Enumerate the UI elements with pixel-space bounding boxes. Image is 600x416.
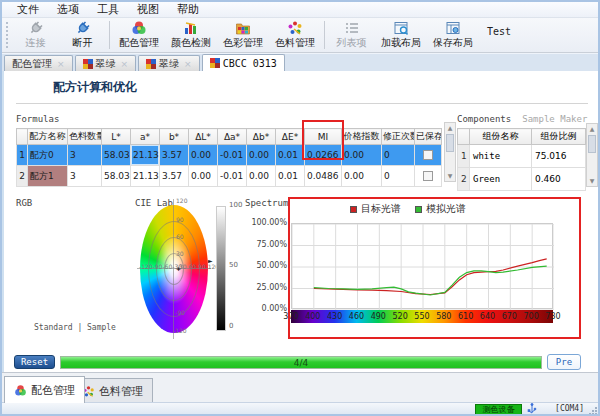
cell-L[interactable]: 58.03: [102, 145, 131, 166]
menu-tools[interactable]: 工具: [88, 2, 128, 17]
cell-component-name[interactable]: Green: [470, 168, 532, 191]
component-row[interactable]: 2 Green 0.460: [458, 168, 586, 191]
load-layout-button[interactable]: 加载布局: [375, 19, 427, 51]
scroll-up-icon[interactable]: ▲: [445, 123, 455, 133]
col-db[interactable]: Δb*: [247, 129, 276, 145]
col-name[interactable]: 配方名称: [28, 129, 68, 145]
connect-label: 连接: [26, 36, 46, 50]
cell-name[interactable]: 配方0: [28, 145, 68, 166]
cell-a[interactable]: 21.13: [131, 145, 160, 166]
reset-button[interactable]: Reset: [14, 355, 55, 369]
col-component-ratio[interactable]: 组份比例: [532, 129, 586, 145]
cell-L[interactable]: 58.03: [102, 166, 131, 187]
cell-corrections[interactable]: 0: [382, 145, 415, 166]
saved-checkbox[interactable]: [423, 171, 433, 181]
menu-view[interactable]: 视图: [128, 2, 168, 17]
color-matching-button[interactable]: 配色管理: [113, 19, 165, 51]
tab-cuilv-2[interactable]: 翠绿 ×: [138, 55, 200, 71]
color-detect-button[interactable]: 颜色检测: [165, 19, 217, 51]
tab-label: 翠绿: [96, 57, 116, 71]
cell-MI[interactable]: 0.0486: [305, 166, 342, 187]
axis-tick-label: 60: [176, 233, 184, 240]
close-icon[interactable]: ×: [57, 59, 65, 69]
menu-file[interactable]: 文件: [8, 2, 48, 17]
y-axis-tick-label: 75.00%: [245, 240, 287, 249]
col-price-index[interactable]: 价格指数: [342, 129, 382, 145]
tab-color-matching[interactable]: 配色管理 ×: [4, 55, 73, 71]
legend-simulated: 模拟光谱: [415, 202, 466, 216]
cell-component-ratio[interactable]: 0.460: [532, 168, 586, 191]
close-icon[interactable]: ×: [121, 59, 129, 69]
col-a[interactable]: a*: [131, 129, 160, 145]
col-saved[interactable]: 已保存: [415, 129, 442, 145]
col-L[interactable]: L*: [102, 129, 131, 145]
cell-component-name[interactable]: white: [470, 145, 532, 168]
col-MI[interactable]: MI: [305, 129, 342, 145]
cell-name[interactable]: 配方1: [28, 166, 68, 187]
component-row[interactable]: 1 white 75.016: [458, 145, 586, 168]
cell-count[interactable]: 3: [68, 145, 102, 166]
menu-options[interactable]: 选项: [48, 2, 88, 17]
formulas-scrollbar[interactable]: ▲ ▼: [444, 122, 456, 182]
scroll-thumb[interactable]: [588, 135, 596, 153]
cell-b[interactable]: 3.57: [160, 145, 189, 166]
document-icon: [146, 59, 156, 69]
cell-dL[interactable]: 0.00: [189, 145, 218, 166]
tab-cbcc-0313[interactable]: CBCC 0313: [202, 54, 285, 71]
cell-db[interactable]: 0.00: [247, 145, 276, 166]
col-component-name[interactable]: 组份名称: [470, 129, 532, 145]
test-button[interactable]: Test: [487, 26, 511, 37]
cell-price[interactable]: 0.00: [342, 145, 382, 166]
tab-cuilv-1[interactable]: 翠绿 ×: [75, 55, 137, 71]
colorant-manage-button[interactable]: 色料管理: [269, 19, 321, 51]
saved-checkbox[interactable]: [423, 150, 433, 160]
wavelength-tick-label: 550: [414, 312, 429, 321]
formula-row[interactable]: 2 配方1 3 58.03 21.13 3.57 0.00 -0.01 0.00…: [17, 166, 442, 187]
color-bars-icon: [183, 20, 199, 36]
scroll-down-icon[interactable]: ▼: [445, 171, 455, 181]
cell-count[interactable]: 3: [68, 166, 102, 187]
disconnect-button[interactable]: 断开: [59, 19, 106, 51]
color-manage-button[interactable]: 色彩管理: [217, 19, 269, 51]
scroll-up-icon[interactable]: ▲: [587, 124, 597, 134]
wavelength-tick-label: 460: [349, 312, 364, 321]
cell-b[interactable]: 3.57: [160, 166, 189, 187]
cell-dE[interactable]: 0.01: [276, 166, 305, 187]
pre-button[interactable]: Pre: [547, 354, 581, 370]
cell-dE[interactable]: 0.01: [276, 145, 305, 166]
rgb-group: RGB Standard | Sample: [16, 191, 134, 351]
col-dL[interactable]: ΔL*: [189, 129, 218, 145]
cell-da[interactable]: -0.01: [218, 166, 247, 187]
toolbar-grip[interactable]: [6, 22, 10, 48]
cell-db[interactable]: 0.00: [247, 166, 276, 187]
components-scrollbar[interactable]: ▲ ▼: [586, 123, 598, 187]
menu-help[interactable]: 帮助: [168, 2, 208, 17]
col-dE[interactable]: ΔE*: [276, 129, 305, 145]
row-number-header: [17, 129, 28, 145]
color-manage-label: 色彩管理: [223, 36, 263, 50]
cell-price[interactable]: 0.00: [342, 166, 382, 187]
components-caption[interactable]: Components: [457, 114, 511, 124]
save-layout-button[interactable]: 保存布局: [427, 19, 479, 51]
wavelength-tick-label: 580: [436, 312, 451, 321]
bottom-tab-color-matching[interactable]: 配色管理: [4, 376, 85, 403]
col-colorant-count[interactable]: 色料数量: [68, 129, 102, 145]
cell-MI[interactable]: 0.0266: [305, 145, 342, 166]
cell-dL[interactable]: 0.00: [189, 166, 218, 187]
close-icon[interactable]: ×: [184, 59, 192, 69]
formula-row-selected[interactable]: 1 配方0 3 58.03 21.13 3.57 0.00 -0.01 0.00…: [17, 145, 442, 166]
sample-maker-tab[interactable]: Sample Maker: [522, 114, 587, 124]
col-da[interactable]: Δa*: [218, 129, 247, 145]
cell-da[interactable]: -0.01: [218, 145, 247, 166]
cell-corrections[interactable]: 0: [382, 166, 415, 187]
sample-color-swatch: [52, 232, 104, 306]
scroll-down-icon[interactable]: ▼: [587, 176, 597, 186]
resize-grip[interactable]: [588, 406, 597, 415]
cell-component-ratio[interactable]: 75.016: [532, 145, 586, 168]
col-b[interactable]: b*: [160, 129, 189, 145]
cell-a[interactable]: 21.13: [131, 166, 160, 187]
scroll-thumb[interactable]: [446, 134, 454, 152]
save-layout-icon: [445, 20, 461, 36]
col-corrections[interactable]: 修正次数: [382, 129, 415, 145]
document-icon: [83, 59, 93, 69]
